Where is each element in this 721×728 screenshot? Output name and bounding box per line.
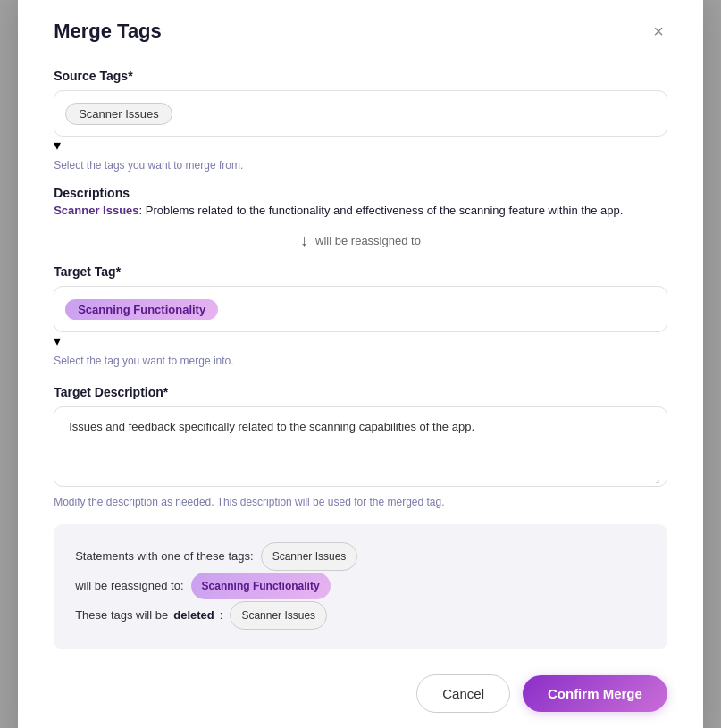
source-tags-label: Source Tags* xyxy=(54,69,667,83)
target-tag-label: Target Tag* xyxy=(54,264,667,279)
summary-source-tag: Scanner Issues xyxy=(261,542,358,571)
descriptions-content: Scanner Issues: Problems related to the … xyxy=(54,204,667,217)
source-tags-hint: Select the tags you want to merge from. xyxy=(54,159,667,172)
target-description-section: Target Description* Issues and feedback … xyxy=(54,385,667,508)
arrow-row: ↓ will be reassigned to xyxy=(54,231,667,250)
desc-tag-name: Scanner Issues xyxy=(54,204,138,217)
source-tags-section: Source Tags* Scanner Issues ▾ Select the… xyxy=(54,69,667,172)
textarea-wrapper: Issues and feedback specifically related… xyxy=(54,406,667,490)
source-tags-select[interactable]: Scanner Issues ▾ xyxy=(54,90,667,154)
summary-deleted-tag: Scanner Issues xyxy=(230,601,327,630)
target-description-hint: Modify the description as needed. This d… xyxy=(54,496,667,508)
modal-title: Merge Tags xyxy=(54,20,162,43)
desc-colon: : xyxy=(139,204,146,217)
summary-box: Statements with one of these tags: Scann… xyxy=(54,524,667,649)
cancel-button[interactable]: Cancel xyxy=(416,674,510,713)
modal-container: Merge Tags × Source Tags* Scanner Issues… xyxy=(18,0,703,728)
desc-text: Problems related to the functionality an… xyxy=(146,204,624,217)
summary-deleted-suffix: : xyxy=(220,604,223,627)
target-tag-hint: Select the tag you want to merge into. xyxy=(54,355,667,367)
descriptions-section: Descriptions Scanner Issues: Problems re… xyxy=(54,186,667,217)
source-tag-chip: Scanner Issues xyxy=(65,103,172,125)
target-tag-section: Target Tag* Scanning Functionality ▾ Sel… xyxy=(54,264,667,367)
close-button[interactable]: × xyxy=(650,19,667,44)
summary-line-3: These tags will be deleted: Scanner Issu… xyxy=(75,601,646,630)
summary-statements-prefix: Statements with one of these tags: xyxy=(75,545,253,568)
confirm-merge-button[interactable]: Confirm Merge xyxy=(523,675,667,712)
modal-footer: Cancel Confirm Merge xyxy=(54,674,667,713)
source-tags-select-box[interactable]: Scanner Issues xyxy=(54,90,667,137)
summary-line-1: Statements with one of these tags: Scann… xyxy=(75,542,646,571)
target-tag-select[interactable]: Scanning Functionality ▾ xyxy=(54,286,667,349)
resize-handle-icon: ⌟ xyxy=(655,473,660,485)
target-description-input[interactable]: Issues and feedback specifically related… xyxy=(54,406,667,487)
source-tags-chevron-icon: ▾ xyxy=(54,138,61,153)
arrow-down-icon: ↓ xyxy=(300,231,308,250)
summary-line-2: will be reassigned to: Scanning Function… xyxy=(75,573,646,599)
summary-target-tag: Scanning Functionality xyxy=(191,573,331,599)
summary-deleted-prefix: These tags will be xyxy=(75,604,168,627)
summary-deleted-word: deleted xyxy=(173,604,214,627)
target-description-label: Target Description* xyxy=(54,385,667,399)
summary-reassigned-prefix: will be reassigned to: xyxy=(75,574,183,598)
arrow-text: will be reassigned to xyxy=(315,234,421,247)
modal-header: Merge Tags × xyxy=(54,19,667,44)
modal-overlay: Merge Tags × Source Tags* Scanner Issues… xyxy=(0,0,721,728)
descriptions-label: Descriptions xyxy=(54,186,667,200)
target-tag-chip: Scanning Functionality xyxy=(65,299,218,320)
target-tag-chevron-icon: ▾ xyxy=(54,333,61,348)
target-tag-select-box[interactable]: Scanning Functionality xyxy=(54,286,667,332)
